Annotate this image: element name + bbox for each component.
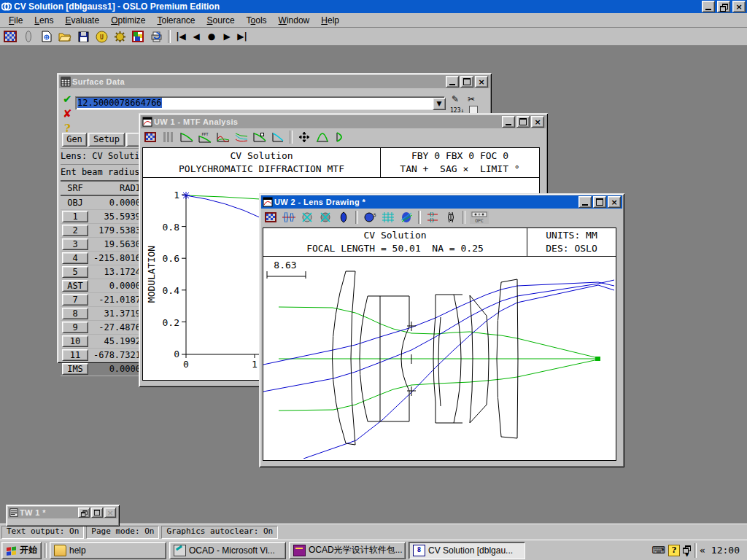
surface-row-button[interactable]: 4 <box>62 252 88 264</box>
hide-rays-icon[interactable] <box>299 210 315 225</box>
radius-value[interactable]: -27.4876 <box>90 322 143 332</box>
surface-row-button[interactable]: 8 <box>62 308 88 319</box>
cancel-x-icon[interactable]: ✘ <box>63 107 72 120</box>
new-lens-icon[interactable] <box>39 29 55 44</box>
taskbar-task-button[interactable]: CV Solution [dblgau... <box>409 542 525 559</box>
save-lens-icon[interactable] <box>75 29 91 44</box>
tray-restore-window-icon[interactable]: ▼ <box>683 545 692 556</box>
start-button[interactable]: 开始 <box>1 542 42 559</box>
menu-item[interactable]: Optimize <box>105 14 151 27</box>
opc-icon[interactable]: OPC <box>469 210 489 225</box>
radius-value[interactable]: 19.5630 <box>90 239 143 249</box>
multi-curve-icon[interactable] <box>233 130 249 144</box>
radius-value[interactable]: 31.3719 <box>90 308 143 319</box>
surface-row-button[interactable]: AST <box>62 280 88 292</box>
surface-row-button[interactable]: 11 <box>62 349 88 361</box>
menu-item[interactable]: Help <box>315 14 345 27</box>
vcr-first-icon[interactable]: |◀ <box>174 31 187 42</box>
minimize-button[interactable] <box>578 196 592 208</box>
radius-value[interactable]: 45.1992 <box>90 336 143 346</box>
zoom-lens-icon[interactable] <box>443 210 459 225</box>
open-lens-icon[interactable] <box>57 29 73 44</box>
radius-value[interactable]: -678.7321 <box>90 350 143 360</box>
vcr-prev-icon[interactable]: ◀ <box>190 31 203 42</box>
taskbar-task-button[interactable]: help <box>50 542 166 559</box>
maximize-button[interactable] <box>593 196 606 208</box>
lens-spreadsheet-icon[interactable] <box>130 29 146 44</box>
maximize-button[interactable] <box>460 76 473 88</box>
vcr-last-icon[interactable]: ▶| <box>236 31 249 42</box>
menu-item[interactable]: Tools <box>241 14 273 27</box>
taskbar-task-button[interactable]: OCAD - Microsoft Vi... <box>169 542 286 559</box>
close-button[interactable]: × <box>531 116 544 128</box>
print-icon[interactable] <box>148 29 164 44</box>
menu-item[interactable]: Window <box>273 14 316 27</box>
menu-item[interactable]: Tolerance <box>151 14 201 27</box>
tray-clock[interactable]: 12:00 <box>708 545 746 556</box>
radius-value[interactable]: -21.0187 <box>90 295 143 305</box>
menu-item[interactable]: Evaluate <box>59 14 105 27</box>
window-setup-grid-icon[interactable] <box>263 210 279 225</box>
radius-value[interactable]: -215.8016 <box>90 253 143 263</box>
close-button[interactable]: × <box>608 196 621 208</box>
menu-item[interactable]: File <box>3 14 28 27</box>
radius-value[interactable]: 13.1724 <box>90 267 143 277</box>
surface-row-button[interactable]: 3 <box>62 238 88 250</box>
wavefront-icon[interactable] <box>333 130 349 144</box>
restore-button[interactable] <box>717 1 730 12</box>
menu-item[interactable]: Source <box>201 14 241 27</box>
minimized-text-window[interactable]: TW 1 * × <box>6 505 120 526</box>
window-setup-grid-icon[interactable] <box>142 130 158 144</box>
radius-value[interactable]: 0.0000 <box>90 281 143 291</box>
surface-row-button[interactable]: 2 <box>62 225 88 236</box>
single-curve-icon[interactable] <box>270 130 286 144</box>
plan-view-icon[interactable]: 5 <box>362 210 378 225</box>
surface-row-button[interactable]: 10 <box>62 335 88 347</box>
minimize-button[interactable] <box>446 76 459 88</box>
slider-icon[interactable] <box>20 29 36 44</box>
cut-scissors-icon[interactable]: ✂ <box>468 94 475 104</box>
surface-row-button[interactable]: IMS <box>62 363 88 375</box>
draw-pen-icon[interactable]: ✎ <box>452 94 459 104</box>
lens-drawing-titlebar[interactable]: UW 2 - Lens Drawing * × <box>261 195 622 209</box>
menu-item[interactable]: Lens <box>28 14 59 27</box>
move-graph-icon[interactable] <box>296 130 312 144</box>
restore-button[interactable] <box>78 508 90 518</box>
solid-lens-icon[interactable] <box>336 210 352 225</box>
shaded-lens-icon[interactable] <box>398 210 414 225</box>
surface-row-button[interactable]: OBJ <box>63 198 88 208</box>
lens-group-icon[interactable] <box>281 210 297 225</box>
hide-apertures-icon[interactable] <box>317 210 333 225</box>
surface-data-titlebar[interactable]: Surface Data × <box>59 75 489 88</box>
lens-drawing-window[interactable]: UW 2 - Lens Drawing * × 5 <box>259 193 624 467</box>
radius-value[interactable]: 179.5383 <box>90 225 143 236</box>
accept-check-icon[interactable]: ✔ <box>63 93 72 106</box>
minimize-button[interactable] <box>702 1 715 12</box>
setup-button[interactable]: Setup <box>88 133 125 147</box>
taskbar-task-button[interactable]: OCAD光学设计软件包... <box>289 542 406 559</box>
psf-icon[interactable] <box>314 130 330 144</box>
minimize-button[interactable] <box>502 116 515 128</box>
vcr-next-icon[interactable]: ▶ <box>220 31 233 42</box>
radius-value[interactable]: 0.0000 <box>90 198 143 208</box>
surface-row-button[interactable]: 7 <box>62 294 88 306</box>
value-field[interactable]: 12.5000078664766 <box>75 96 445 110</box>
tray-help-question-icon[interactable]: ? <box>668 545 680 556</box>
square-wave-mtf-icon[interactable] <box>252 130 268 144</box>
mtf-curve-icon[interactable] <box>179 130 195 144</box>
close-button[interactable]: × <box>475 76 488 88</box>
zebra-bars-icon[interactable] <box>160 130 177 144</box>
through-focus-mtf-icon[interactable] <box>215 130 231 144</box>
wireframe-lens-icon[interactable] <box>380 210 396 225</box>
tray-collapse-chevrons[interactable]: « <box>700 545 705 556</box>
surface-row-button[interactable]: 9 <box>62 322 88 333</box>
optimize-gear-icon[interactable] <box>112 29 128 44</box>
element-drawing-icon[interactable] <box>425 210 441 225</box>
close-button[interactable]: × <box>104 508 116 518</box>
oslo-coin-icon[interactable]: U <box>93 29 109 44</box>
radius-value[interactable]: 35.5939 <box>90 211 143 222</box>
radius-value[interactable]: 0.0000 <box>90 364 143 374</box>
vcr-current-icon[interactable]: ● <box>205 31 218 42</box>
maximize-button[interactable] <box>516 116 530 128</box>
maximize-button[interactable] <box>91 508 103 518</box>
